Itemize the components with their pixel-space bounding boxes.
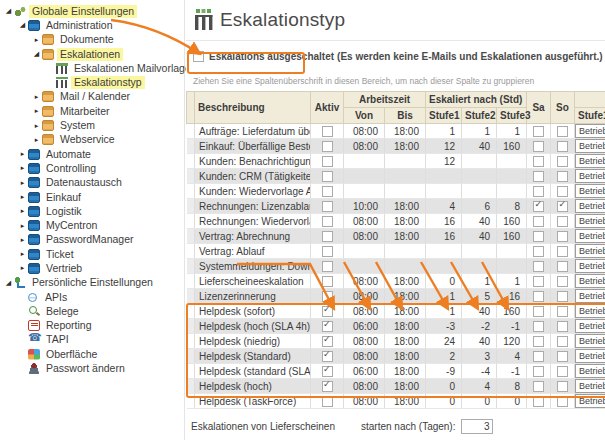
tree-expander-icon[interactable]: ◢: [31, 47, 42, 61]
so-checkbox[interactable]: [557, 186, 568, 197]
stufe1-dropdown[interactable]: Betrieb: [575, 244, 605, 258]
start-after-days-input[interactable]: 3: [461, 419, 493, 434]
tree-item-passwordmanager[interactable]: ▸PasswordManager: [0, 233, 184, 247]
aktiv-checkbox[interactable]: [322, 141, 333, 152]
cell-bis[interactable]: [385, 154, 426, 169]
column-group-eskaliert[interactable]: Eskaliert nach (Std): [426, 92, 527, 108]
so-checkbox[interactable]: [557, 231, 568, 242]
tree-item-mitarbeiter[interactable]: ▸Mitarbeiter: [0, 104, 184, 118]
sa-checkbox[interactable]: [533, 246, 544, 257]
cell-stufe2[interactable]: [462, 244, 497, 259]
cell-stufe1[interactable]: 0: [426, 394, 462, 409]
tree-item-datenaustausch[interactable]: ▸Datenaustausch: [0, 176, 184, 190]
cell-stufe2[interactable]: 1: [462, 124, 497, 139]
cell-von[interactable]: 08:00: [344, 394, 385, 409]
tree-item-eskalationstyp[interactable]: Eskalationstyp: [0, 75, 184, 89]
so-checkbox[interactable]: [557, 216, 568, 227]
stufe1-dropdown[interactable]: Betrieb: [575, 184, 605, 198]
sa-checkbox[interactable]: [533, 126, 544, 137]
tree-item-system[interactable]: ▸System: [0, 118, 184, 132]
cell-stufe3[interactable]: 8: [497, 199, 527, 214]
cell-stufe2[interactable]: [462, 259, 497, 274]
tree-expander-icon[interactable]: ▸: [17, 233, 28, 247]
cell-stufe2[interactable]: 0: [462, 394, 497, 409]
cell-von[interactable]: 08:00: [344, 379, 385, 394]
cell-beschreibung[interactable]: Helpdesk (standard (SLA 10h)): [195, 364, 311, 379]
tree-expander-icon[interactable]: ▸: [31, 119, 42, 133]
tree-item-webservice[interactable]: ▸Webservice: [0, 133, 184, 147]
tree-expander-icon[interactable]: ▸: [31, 90, 42, 104]
cell-von[interactable]: 08:00: [344, 334, 385, 349]
cell-bis[interactable]: 18:00: [385, 229, 426, 244]
tree-expander-icon[interactable]: ◢: [3, 276, 14, 290]
cell-stufe1[interactable]: -9: [426, 364, 462, 379]
sa-checkbox[interactable]: [533, 381, 544, 392]
aktiv-checkbox[interactable]: [322, 216, 333, 227]
sa-checkbox[interactable]: [533, 396, 544, 407]
sa-checkbox[interactable]: [533, 321, 544, 332]
cell-stufe1[interactable]: 4: [426, 199, 462, 214]
aktiv-checkbox[interactable]: [322, 396, 333, 407]
cell-stufe2[interactable]: 40: [462, 334, 497, 349]
so-checkbox[interactable]: [557, 306, 568, 317]
cell-beschreibung[interactable]: Kunden: Wiedervorlage Akquise: [195, 184, 311, 199]
cell-bis[interactable]: 18:00: [385, 139, 426, 154]
aktiv-checkbox[interactable]: [322, 126, 333, 137]
so-checkbox[interactable]: [557, 246, 568, 257]
aktiv-checkbox[interactable]: [322, 336, 333, 347]
cell-stufe1[interactable]: 1: [426, 124, 462, 139]
cell-stufe3[interactable]: [497, 154, 527, 169]
sa-checkbox[interactable]: [533, 141, 544, 152]
so-checkbox[interactable]: [557, 291, 568, 302]
cell-von[interactable]: 08:00: [344, 274, 385, 289]
cell-stufe2[interactable]: 1: [462, 274, 497, 289]
tree-item-automate[interactable]: ▸Automate: [0, 147, 184, 161]
cell-stufe2[interactable]: 3: [462, 349, 497, 364]
stufe1-dropdown[interactable]: Betrieb: [575, 259, 605, 273]
cell-stufe2[interactable]: 6: [462, 199, 497, 214]
cell-von[interactable]: [344, 169, 385, 184]
cell-stufe1[interactable]: 2: [426, 349, 462, 364]
cell-stufe2[interactable]: -2: [462, 319, 497, 334]
sa-checkbox[interactable]: [533, 216, 544, 227]
aktiv-checkbox[interactable]: [322, 306, 333, 317]
aktiv-checkbox[interactable]: [322, 171, 333, 182]
so-checkbox[interactable]: [557, 261, 568, 272]
tree-item-tapi[interactable]: TAPI: [0, 333, 184, 347]
cell-beschreibung[interactable]: Helpdesk (Standard): [195, 349, 311, 364]
tree-expander-icon[interactable]: ▸: [17, 147, 28, 161]
aktiv-checkbox[interactable]: [322, 381, 333, 392]
sa-checkbox[interactable]: [533, 156, 544, 167]
tree-item-vertrieb[interactable]: ▸Vertrieb: [0, 261, 184, 275]
cell-bis[interactable]: 18:00: [385, 364, 426, 379]
so-checkbox[interactable]: [557, 126, 568, 137]
cell-stufe1[interactable]: [426, 184, 462, 199]
cell-stufe2[interactable]: 40: [462, 229, 497, 244]
cell-bis[interactable]: 18:00: [385, 319, 426, 334]
stufe1-dropdown[interactable]: Betrieb: [575, 319, 605, 333]
cell-stufe3[interactable]: -1: [497, 319, 527, 334]
aktiv-checkbox[interactable]: [322, 186, 333, 197]
cell-bis[interactable]: [385, 259, 426, 274]
sa-checkbox[interactable]: [533, 276, 544, 287]
cell-bis[interactable]: 18:00: [385, 304, 426, 319]
sa-checkbox[interactable]: [533, 351, 544, 362]
stufe1-dropdown[interactable]: Betrieb: [575, 394, 605, 408]
cell-stufe3[interactable]: 4: [497, 349, 527, 364]
tree-item-logistik[interactable]: ▸Logistik: [0, 204, 184, 218]
cell-von[interactable]: 08:00: [344, 229, 385, 244]
column-header-aktiv[interactable]: Aktiv: [311, 92, 344, 124]
cell-stufe1[interactable]: 24: [426, 334, 462, 349]
cell-beschreibung[interactable]: Helpdesk (sofort): [195, 304, 311, 319]
cell-beschreibung[interactable]: Helpdesk (niedrig): [195, 334, 311, 349]
column-header-bis[interactable]: Bis: [385, 108, 426, 124]
so-checkbox[interactable]: [557, 381, 568, 392]
cell-stufe2[interactable]: [462, 169, 497, 184]
cell-stufe1[interactable]: 12: [426, 154, 462, 169]
tree-expander-icon[interactable]: ▸: [31, 104, 42, 118]
column-header-stufe2[interactable]: Stufe2: [462, 108, 497, 124]
tree-item-dokumente[interactable]: ▸Dokumente: [0, 33, 184, 47]
cell-stufe2[interactable]: 4: [462, 379, 497, 394]
aktiv-checkbox[interactable]: [322, 291, 333, 302]
cell-stufe3[interactable]: [497, 259, 527, 274]
